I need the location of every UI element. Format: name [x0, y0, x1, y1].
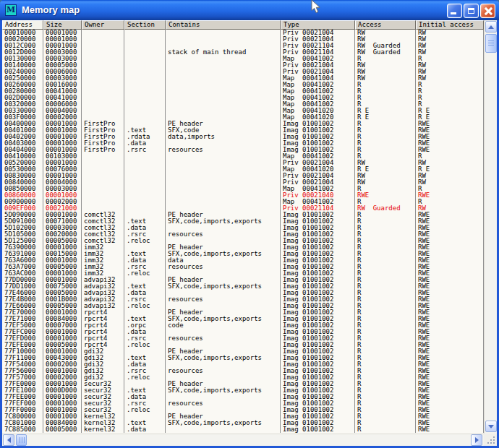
column-header-section[interactable]: Section: [124, 20, 166, 30]
table-row[interactable]: 0085000000003000Map 00041002RR: [2, 186, 484, 192]
table-row[interactable]: 0002000000001000Priv 00021004RWRW: [2, 36, 484, 43]
table-row[interactable]: 0083000000001000Priv 00021004RWRW: [2, 173, 484, 179]
table-row[interactable]: 77FEF00000001000secur32.rsrcresourcesIma…: [2, 400, 484, 407]
table-cell: .reloc: [124, 407, 166, 413]
table-cell: R E: [355, 166, 416, 173]
scroll-up-button[interactable]: [485, 21, 497, 33]
table-row[interactable]: 0014000000005000Priv 00021004RWRW: [2, 62, 484, 69]
table-cell: 00006000: [43, 101, 82, 108]
table-cell: 77E4B000: [2, 296, 43, 303]
table-row[interactable]: 77EFC00000001000rpcrt4.dataImag 01001002…: [2, 329, 484, 335]
table-row[interactable]: 0024000000006000Priv 00021004RWRW: [2, 69, 484, 75]
vertical-scrollbar[interactable]: [484, 20, 497, 434]
column-header-access[interactable]: Access: [355, 20, 416, 30]
table-row[interactable]: 77F5600000001000gdi32.rsrcresourcesImag …: [2, 368, 484, 374]
table-row[interactable]: 5D10200000003000comctl32.dataImag 010010…: [2, 225, 484, 231]
table-row[interactable]: 77DD100000075000advapi32.textSFX,code,im…: [2, 283, 484, 290]
table-row[interactable]: 7C88500000005000kernel32.dataImag 010010…: [2, 426, 484, 433]
table-row[interactable]: 0040000000001000FirstProPE headerImag 01…: [2, 121, 484, 127]
table-row[interactable]: 763A600000001000imm32.datadataImag 01001…: [2, 257, 484, 264]
table-row[interactable]: 0033000000004000Map 00041020R ER E: [2, 108, 484, 114]
table-row[interactable]: 77F5700000002000gdi32.relocImag 01001002…: [2, 374, 484, 381]
table-cell: RWE: [416, 368, 484, 374]
table-row[interactable]: 0053000000076000Map 00041020R ER E: [2, 166, 484, 173]
table-row[interactable]: 0012C00000001000Priv 00021104RW GuardedR…: [2, 43, 484, 49]
table-row[interactable]: 5D10500000020000comctl32.rsrcresourcesIm…: [2, 231, 484, 238]
app-icon[interactable]: M: [5, 4, 17, 16]
column-header-contains[interactable]: Contains: [166, 20, 281, 30]
table-row[interactable]: 77E6600000005000advapi32.relocImag 01001…: [2, 303, 484, 309]
table-row[interactable]: 0040200000001000FirstPro.rdatadata,impor…: [2, 134, 484, 140]
table-row[interactable]: 0026000000016000Map 00041002RR: [2, 82, 484, 88]
table-row[interactable]: 0012D00000003000stack of main threadPriv…: [2, 49, 484, 56]
table-cell: [82, 205, 124, 212]
table-row[interactable]: 763A700000005000imm32.rsrcresourcesImag …: [2, 264, 484, 270]
close-button[interactable]: [480, 4, 495, 18]
titlebar[interactable]: M Memory map: [0, 0, 499, 20]
table-row[interactable]: 77DD000000001000advapi32PE headerImag 01…: [2, 277, 484, 283]
table-row[interactable]: 003F000000002000Map 00041020R ER E: [2, 114, 484, 121]
table-row[interactable]: 77EFD00000001000rpcrt4.rsrcresourcesImag…: [2, 335, 484, 342]
column-header-size[interactable]: Size: [43, 20, 82, 30]
column-header-address[interactable]: Address: [2, 20, 43, 30]
table-row[interactable]: 763AC00000001000imm32.relocImag 01001002…: [2, 270, 484, 277]
table-row[interactable]: 77E7000000001000rpcrt4PE headerImag 0100…: [2, 309, 484, 316]
table-row[interactable]: 77F5400000002000gdi32.dataImag 01001002R…: [2, 361, 484, 368]
table-row[interactable]: 009EF00000021000Priv 00021104RW GuardedR…: [2, 205, 484, 212]
table-row[interactable]: 77EFE00000005000rpcrt4.relocImag 0100100…: [2, 342, 484, 348]
horizontal-scrollbar[interactable]: [2, 434, 484, 446]
table-cell: Map 00041002: [281, 95, 355, 101]
table-row[interactable]: 77FE10000000D000secur32.textSFX,code,imp…: [2, 387, 484, 394]
table-row[interactable]: 0040400000001000FirstPro.rsrcresourcesIm…: [2, 147, 484, 153]
column-header-initial-access[interactable]: Initial access: [416, 20, 484, 30]
scroll-left-button[interactable]: [3, 434, 14, 446]
table-row[interactable]: 77FF000000001000secur32.relocImag 010010…: [2, 407, 484, 413]
table-row[interactable]: 77FEE00000001000secur32.dataImag 0100100…: [2, 394, 484, 400]
table-row[interactable]: 0086000000001000Priv 00021040RWERWE: [2, 192, 484, 199]
table-row[interactable]: 7C80100000084000kernel32.textSFX,code,im…: [2, 420, 484, 426]
scroll-right-button[interactable]: [471, 434, 482, 446]
table-cell: [82, 108, 124, 114]
table-row[interactable]: 77F1000000001000gdi32PE headerImag 01001…: [2, 348, 484, 355]
table-row[interactable]: 5D12500000005000comctl32.relocImag 01001…: [2, 238, 484, 244]
table-row[interactable]: 0052000000001000Priv 00021004RWRW: [2, 160, 484, 166]
table-row[interactable]: 002D000000041000Map 00041002RR: [2, 95, 484, 101]
table-row[interactable]: 0013000000003000Map 00041002RR: [2, 56, 484, 62]
maximize-button[interactable]: [464, 4, 479, 18]
table-row[interactable]: 7639000000001000imm32PE headerImag 01001…: [2, 244, 484, 251]
table-row[interactable]: 5D09000000001000comctl32PE headerImag 01…: [2, 212, 484, 218]
table-row[interactable]: 0041000000103000Map 00041002RR: [2, 153, 484, 160]
table-row[interactable]: 0025000000003000Map 00041004RWRW: [2, 75, 484, 82]
table-cell: [124, 49, 166, 56]
table-row[interactable]: 0028000000041000Map 00041002RR: [2, 88, 484, 95]
table-row[interactable]: 77E4600000005000advapi32.dataImag 010010…: [2, 290, 484, 296]
table-cell: 00006000: [43, 69, 82, 75]
table-row[interactable]: 7C80000000001000kernel32PE headerImag 01…: [2, 413, 484, 420]
table-row[interactable]: 5D09100000071000comctl32.textSFX,code,im…: [2, 218, 484, 225]
column-header-owner[interactable]: Owner: [82, 20, 124, 30]
table-row[interactable]: 77FE000000001000secur32PE headerImag 010…: [2, 381, 484, 387]
table-cell: RWE: [416, 348, 484, 355]
column-header-type[interactable]: Type: [281, 20, 355, 30]
table-row[interactable]: 0084000000004000Priv 00021004RWRW: [2, 179, 484, 186]
table-cell: SFX,code,imports,exports: [166, 218, 281, 225]
table-row[interactable]: 7639100000015000imm32.textSFX,code,impor…: [2, 251, 484, 257]
vertical-scroll-thumb[interactable]: [485, 34, 497, 53]
minimize-button[interactable]: [447, 4, 462, 18]
table-row[interactable]: 0040100000001000FirstPro.textSFX,codeIma…: [2, 127, 484, 134]
table-cell: Imag 01001002: [281, 348, 355, 355]
horizontal-scroll-thumb[interactable]: [16, 434, 27, 446]
table-row[interactable]: 77E7100000084000rpcrt4.textSFX,code,impo…: [2, 316, 484, 322]
table-row[interactable]: 77EF500000007000rpcrt4.orpccodeImag 0100…: [2, 322, 484, 329]
table-cell: 00320000: [2, 101, 43, 108]
table-cell: 7C885000: [2, 426, 43, 433]
scroll-down-button[interactable]: [485, 421, 497, 432]
table-row[interactable]: 0001000000001000Priv 00021004RWRW: [2, 30, 484, 36]
table-row[interactable]: 0040300000001000FirstPro.dataImag 010010…: [2, 140, 484, 147]
table-row[interactable]: 77E4B0000001B000advapi32.rsrcresourcesIm…: [2, 296, 484, 303]
resize-grip[interactable]: [484, 434, 497, 446]
table-row[interactable]: 0032000000006000Map 00041002RR: [2, 101, 484, 108]
table-row[interactable]: 77F1100000043000gdi32.textSFX,code,impor…: [2, 355, 484, 361]
table-row[interactable]: 0090000000002000Map 00041002RR: [2, 199, 484, 205]
table-cell: comctl32: [82, 231, 124, 238]
